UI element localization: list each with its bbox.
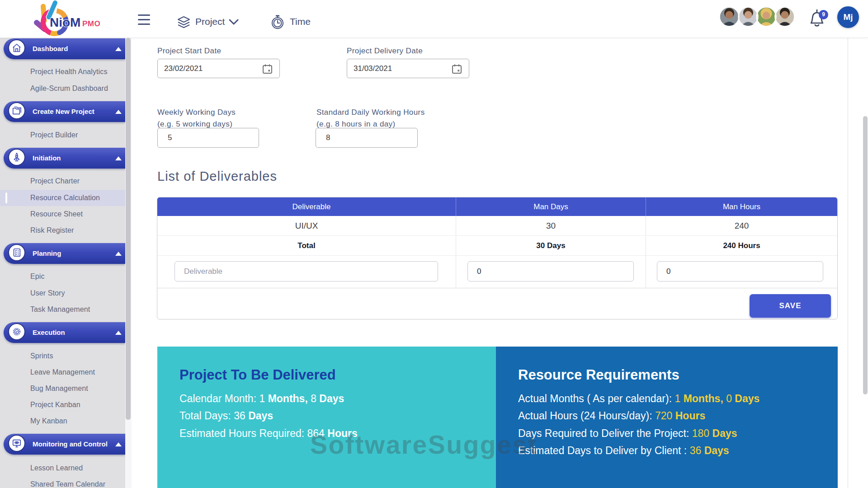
svg-text:NioM: NioM [50,15,80,29]
svg-text:PMO: PMO [82,19,100,28]
